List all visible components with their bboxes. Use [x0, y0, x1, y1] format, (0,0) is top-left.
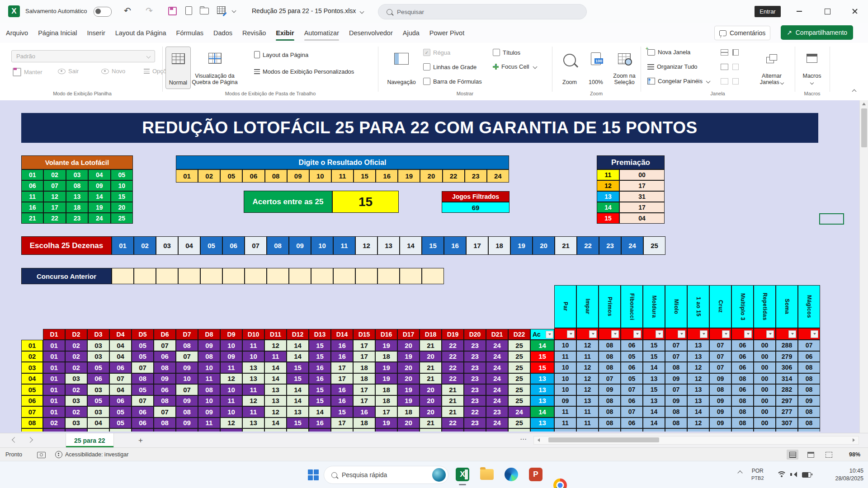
- dezena-cell[interactable]: 04: [178, 236, 200, 255]
- switch-windows-button[interactable]: AlternarJanelas: [752, 47, 791, 88]
- active-cell-outline[interactable]: [819, 213, 844, 225]
- comments-button[interactable]: Comentários: [714, 26, 770, 40]
- normal-view-toggle[interactable]: [787, 450, 798, 460]
- resultado-cell[interactable]: 16: [376, 169, 398, 183]
- menu-tab-exibir[interactable]: Exibir: [271, 23, 299, 43]
- maximize-button[interactable]: [817, 0, 838, 23]
- menu-tab-ajuda[interactable]: Ajuda: [398, 23, 425, 43]
- page-break-view-toggle[interactable]: [823, 450, 835, 460]
- taskbar-powerpoint-icon[interactable]: P: [529, 468, 542, 481]
- concurso-cell[interactable]: [112, 268, 134, 284]
- save-icon[interactable]: [168, 7, 177, 15]
- open-folder-icon[interactable]: [200, 8, 209, 14]
- filter-dropdown-icon[interactable]: [611, 330, 619, 338]
- arrange-all-button[interactable]: Organizar Tudo: [647, 63, 698, 70]
- next-sheet-icon[interactable]: [27, 437, 33, 443]
- volume-icon[interactable]: [790, 471, 797, 478]
- horizontal-scrollbar-thumb[interactable]: [548, 437, 659, 442]
- concurso-cell[interactable]: [333, 268, 355, 284]
- filter-dropdown-icon[interactable]: [656, 330, 663, 338]
- new-document-icon[interactable]: [185, 6, 192, 15]
- resultado-cell[interactable]: 11: [331, 169, 354, 183]
- dezena-cell[interactable]: 09: [289, 236, 311, 255]
- concurso-cell[interactable]: [422, 268, 444, 284]
- autosave-toggle[interactable]: [94, 7, 112, 17]
- resultado-cell[interactable]: 10: [309, 169, 331, 183]
- concurso-cell[interactable]: [311, 268, 333, 284]
- dezena-cell[interactable]: 20: [533, 236, 555, 255]
- page-layout-button[interactable]: Layout da Página: [254, 51, 308, 58]
- filter-dropdown-icon[interactable]: [788, 330, 796, 338]
- dezena-cell[interactable]: 07: [245, 236, 267, 255]
- share-button[interactable]: ↗ Compartilhamento: [781, 25, 853, 40]
- dezena-cell[interactable]: 23: [599, 236, 621, 255]
- horizontal-scrollbar[interactable]: [533, 436, 859, 445]
- custom-views-button[interactable]: Modos de Exibição Personalizados: [254, 68, 354, 75]
- concurso-cell[interactable]: [200, 268, 222, 284]
- dezena-cell[interactable]: 06: [222, 236, 245, 255]
- dezena-cell[interactable]: 17: [466, 236, 488, 255]
- concurso-cell[interactable]: [355, 268, 377, 284]
- prev-sheet-icon[interactable]: [12, 437, 18, 443]
- close-button[interactable]: [844, 0, 865, 23]
- zoom-to-selection-button[interactable]: Zoom naSeleção: [609, 47, 639, 88]
- filter-dropdown-icon[interactable]: [722, 330, 730, 338]
- concurso-cell[interactable]: [156, 268, 178, 284]
- dezena-cell[interactable]: 01: [112, 236, 134, 255]
- undo-icon[interactable]: ↶: [124, 6, 131, 16]
- view-side-by-side-icon[interactable]: [732, 49, 739, 56]
- taskbar-excel-icon[interactable]: X: [456, 468, 469, 481]
- taskbar-edge-icon[interactable]: [505, 468, 518, 481]
- normal-view-button[interactable]: Normal: [165, 47, 191, 89]
- concurso-cell[interactable]: [289, 268, 311, 284]
- dezena-cell[interactable]: 24: [621, 236, 643, 255]
- freeze-panes-button[interactable]: Congelar Painéis: [647, 78, 710, 84]
- filter-dropdown-icon[interactable]: [678, 330, 685, 338]
- filter-dropdown-icon[interactable]: [700, 330, 708, 338]
- resultado-cell[interactable]: 20: [420, 169, 442, 183]
- zoom-100-button[interactable]: 100 100%: [584, 47, 608, 88]
- zoom-button[interactable]: Zoom: [557, 47, 582, 88]
- clock[interactable]: 10:4528/08/2025: [835, 467, 863, 483]
- battery-icon[interactable]: [802, 472, 811, 478]
- start-button[interactable]: [308, 469, 319, 480]
- navigation-button[interactable]: Navegação: [383, 47, 420, 88]
- dezena-cell[interactable]: 19: [510, 236, 533, 255]
- resultado-cell[interactable]: 06: [242, 169, 264, 183]
- macros-button[interactable]: Macros: [797, 47, 827, 88]
- tray-chevron-icon[interactable]: [737, 470, 742, 475]
- dezena-cell[interactable]: 13: [377, 236, 400, 255]
- collapse-ribbon-icon[interactable]: [852, 89, 857, 94]
- menu-tab-layout-da-página[interactable]: Layout da Página: [110, 23, 171, 43]
- resultado-cell[interactable]: 01: [176, 169, 198, 183]
- dezena-cell[interactable]: 12: [355, 236, 377, 255]
- menu-tab-página-inicial[interactable]: Página Inicial: [33, 23, 82, 43]
- accessibility-status[interactable]: Acessibilidade: investigar: [65, 451, 128, 458]
- checkbox-barra-de-formulas[interactable]: Barra de Fórmulas: [423, 78, 482, 85]
- resultado-cell[interactable]: 02: [198, 169, 220, 183]
- menu-tab-automatizar[interactable]: Automatizar: [299, 23, 344, 43]
- scroll-right-icon[interactable]: [853, 438, 855, 442]
- menu-tab-arquivo[interactable]: Arquivo: [1, 23, 33, 43]
- concurso-cell[interactable]: [267, 268, 289, 284]
- filter-dropdown-icon[interactable]: [811, 330, 818, 338]
- resultado-cell[interactable]: 24: [487, 169, 509, 183]
- hide-window-icon[interactable]: [721, 64, 728, 70]
- filter-dropdown-icon[interactable]: [567, 330, 575, 338]
- table-edit-icon[interactable]: [217, 6, 226, 14]
- taskbar-explorer-icon[interactable]: [480, 469, 494, 480]
- filter-dropdown-icon[interactable]: [744, 330, 752, 338]
- concurso-cell[interactable]: [245, 268, 267, 284]
- dezena-cell[interactable]: 03: [156, 236, 178, 255]
- menu-tab-power-pivot[interactable]: Power Pivot: [425, 23, 469, 43]
- resultado-cell[interactable]: 08: [265, 169, 287, 183]
- resultado-cell[interactable]: 05: [220, 169, 242, 183]
- sheet-tab-25-para-22[interactable]: 25 para 22: [66, 433, 114, 447]
- dezena-cell[interactable]: 14: [400, 236, 422, 255]
- menu-tab-inserir[interactable]: Inserir: [82, 23, 110, 43]
- vertical-scrollbar[interactable]: [859, 100, 868, 433]
- dezena-cell[interactable]: 21: [555, 236, 577, 255]
- dezena-cell[interactable]: 10: [311, 236, 333, 255]
- wifi-icon[interactable]: [778, 471, 786, 478]
- resultado-cell[interactable]: 22: [443, 169, 465, 183]
